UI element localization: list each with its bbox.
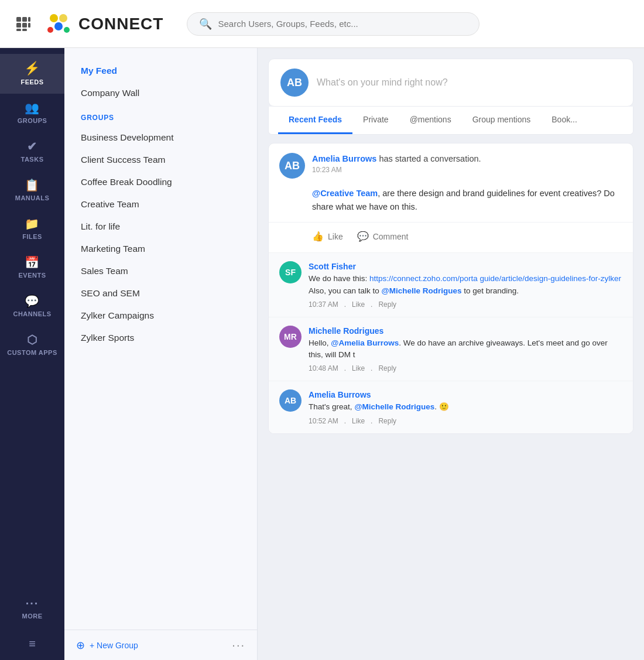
reply-action[interactable]: Reply	[378, 417, 396, 425]
files-icon: 📁	[25, 218, 40, 230]
comment-body: Michelle Rodrigues Hello, @Amelia Burrow…	[309, 326, 622, 373]
svg-rect-1	[22, 17, 27, 22]
search-input[interactable]	[218, 19, 467, 29]
comment-button[interactable]: 💬 Comment	[357, 228, 409, 244]
nav-item-files[interactable]: 📁 FILES	[0, 210, 64, 248]
search-icon: 🔍	[199, 18, 212, 30]
sidebar-more-button[interactable]: ···	[232, 638, 245, 652]
sidebar-item-company-wall[interactable]: Company Wall	[64, 82, 257, 104]
nav-item-events[interactable]: 📅 EVENTS	[0, 248, 64, 287]
grid-menu-icon[interactable]	[12, 12, 35, 36]
post-header: AB Amelia Burrows has started a conversa…	[269, 143, 633, 184]
feeds-label: FEEDS	[20, 78, 43, 86]
sidebar-item-creative-team[interactable]: Creative Team	[64, 193, 257, 216]
sidebar-item-seo-sem[interactable]: SEO and SEM	[64, 282, 257, 305]
new-group-icon: ⊕	[76, 639, 85, 652]
svg-rect-5	[28, 23, 30, 28]
svg-rect-7	[22, 29, 27, 31]
like-action[interactable]: Like	[352, 417, 365, 425]
comment-initials: MR	[279, 326, 302, 348]
comment-avatar: SF	[279, 261, 302, 283]
svg-point-12	[64, 27, 70, 33]
nav-item-more[interactable]: ··· MORE	[0, 589, 64, 628]
tab-group-mentions[interactable]: Group mentions	[462, 107, 542, 134]
post-time: 10:23 AM	[312, 166, 622, 174]
sidebar-item-client-success[interactable]: Client Success Team	[64, 149, 257, 171]
sidebar-item-sales-team[interactable]: Sales Team	[64, 260, 257, 282]
groups-list: Business DevelopmentClient Success TeamC…	[64, 126, 257, 349]
post-card: AB Amelia Burrows has started a conversa…	[268, 143, 633, 434]
tab-private[interactable]: Private	[352, 107, 399, 134]
sidebar-item-biz-dev[interactable]: Business Development	[64, 126, 257, 149]
sidebar-item-zylker-sports[interactable]: Zylker Sports	[64, 327, 257, 349]
sidebar-item-coffee-break[interactable]: Coffee Break Doodling	[64, 171, 257, 193]
comment-meta: 10:37 AM . Like . Reply	[309, 300, 622, 309]
comment-text: That's great, @Michelle Rodrigues. 🙂	[309, 401, 622, 413]
tab-mentions[interactable]: @mentions	[399, 107, 462, 134]
reply-action[interactable]: Reply	[378, 364, 396, 372]
tab-recent-feeds[interactable]: Recent Feeds	[278, 107, 352, 134]
main-layout: ⚡ FEEDS 👥 GROUPS ✔ TASKS 📋 MANUALS 📁 FIL…	[0, 48, 644, 660]
post-author-name: Amelia Burrows	[312, 154, 376, 163]
comment-text: We do have this: https://connect.zoho.co…	[309, 273, 622, 297]
custom-apps-icon: ⬡	[27, 334, 37, 346]
new-group-label: + New Group	[90, 641, 138, 650]
like-action[interactable]: Like	[352, 300, 365, 309]
nav-item-manuals[interactable]: 📋 MANUALS	[0, 171, 64, 210]
dot: .	[344, 364, 346, 372]
new-group-button[interactable]: ⊕ + New Group	[76, 639, 138, 652]
post-author-initials: AB	[279, 153, 305, 179]
comment-body: Amelia Burrows That's great, @Michelle R…	[309, 389, 622, 425]
composer-avatar-initials: AB	[280, 69, 309, 97]
top-header: CONNECT 🔍	[0, 0, 644, 48]
svg-rect-6	[16, 29, 21, 31]
comment-initials: SF	[279, 261, 302, 283]
comment-mention[interactable]: @Michelle Rodrigues	[382, 286, 462, 295]
like-action[interactable]: Like	[352, 364, 365, 372]
sidebar-content: My Feed Company Wall GROUPS Business Dev…	[64, 48, 257, 630]
post-action-text: has started a conversation.	[376, 154, 481, 163]
tasks-icon: ✔	[27, 141, 37, 152]
custom-apps-label: CUSTOM APPS	[7, 349, 57, 356]
sidebar-item-zylker-campaigns[interactable]: Zylker Campaigns	[64, 305, 257, 327]
dot2: .	[371, 417, 372, 425]
channels-label: CHANNELS	[13, 310, 51, 317]
comment-time: 10:52 AM	[309, 417, 338, 425]
like-button[interactable]: 👍 Like	[312, 228, 343, 244]
groups-icon: 👥	[25, 102, 40, 114]
nav-item-tasks[interactable]: ✔ TASKS	[0, 132, 64, 171]
groups-section-label: GROUPS	[64, 104, 257, 126]
post-avatar: AB	[279, 153, 305, 179]
comment-mention[interactable]: @Michelle Rodrigues	[354, 402, 434, 411]
post-author-line: Amelia Burrows has started a conversatio…	[312, 153, 622, 165]
comment-author-name: Amelia Burrows	[309, 390, 371, 399]
bottom-icon[interactable]: ≡	[29, 628, 36, 660]
sidebar-item-my-feed[interactable]: My Feed	[64, 60, 257, 82]
sidebar-item-lit-for-life[interactable]: Lit. for life	[64, 216, 257, 238]
comment-avatar: AB	[279, 389, 302, 412]
nav-item-channels[interactable]: 💬 CHANNELS	[0, 287, 64, 326]
tab-bookmarks[interactable]: Book...	[541, 107, 588, 134]
dot: .	[344, 417, 346, 425]
nav-item-feeds[interactable]: ⚡ FEEDS	[0, 54, 64, 94]
composer-placeholder[interactable]: What's on your mind right now?	[317, 77, 448, 88]
comment-meta: 10:48 AM . Like . Reply	[309, 364, 622, 372]
comment-label: Comment	[373, 232, 409, 241]
comment-link[interactable]: https://connect.zoho.com/porta guide/art…	[369, 274, 621, 283]
dot2: .	[371, 364, 372, 372]
reply-action[interactable]: Reply	[378, 300, 396, 309]
comment-initials: AB	[279, 389, 302, 412]
like-label: Like	[328, 232, 343, 241]
sidebar-item-marketing-team[interactable]: Marketing Team	[64, 238, 257, 260]
post-body: @Creative Team, are there design and bra…	[269, 184, 633, 222]
svg-rect-0	[16, 17, 21, 22]
post-mention[interactable]: @Creative Team	[312, 189, 378, 198]
nav-item-custom-apps[interactable]: ⬡ CUSTOM APPS	[0, 326, 64, 364]
composer[interactable]: AB What's on your mind right now?	[268, 59, 633, 107]
icon-nav: ⚡ FEEDS 👥 GROUPS ✔ TASKS 📋 MANUALS 📁 FIL…	[0, 48, 64, 660]
search-bar[interactable]: 🔍	[187, 12, 479, 36]
comment-avatar: MR	[279, 326, 302, 348]
nav-item-groups[interactable]: 👥 GROUPS	[0, 94, 64, 132]
composer-avatar: AB	[280, 69, 309, 97]
comment-mention[interactable]: @Amelia Burrows	[331, 338, 399, 347]
